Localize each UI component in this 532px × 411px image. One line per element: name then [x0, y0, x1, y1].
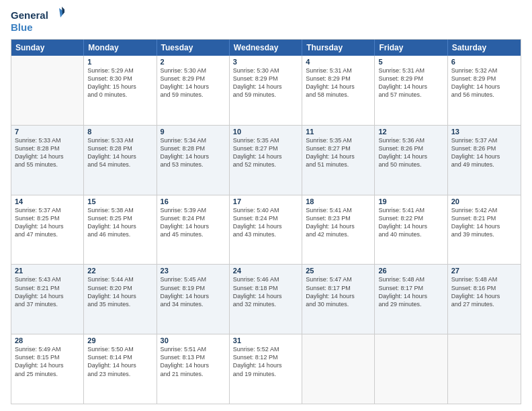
calendar-cell: [448, 334, 521, 404]
day-info: Sunrise: 5:33 AMSunset: 8:28 PMDaylight:…: [15, 136, 80, 169]
day-info: Sunrise: 5:47 AMSunset: 8:17 PMDaylight:…: [306, 275, 371, 308]
day-info: Sunrise: 5:52 AMSunset: 8:12 PMDaylight:…: [233, 345, 298, 378]
day-number: 14: [15, 197, 80, 205]
day-info: Sunrise: 5:42 AMSunset: 8:21 PMDaylight:…: [451, 206, 517, 239]
day-info: Sunrise: 5:38 AMSunset: 8:25 PMDaylight:…: [87, 206, 152, 239]
day-number: 4: [306, 58, 371, 66]
svg-text:Blue: Blue: [11, 21, 33, 33]
calendar-cell: 14Sunrise: 5:37 AMSunset: 8:25 PMDayligh…: [11, 195, 84, 265]
day-number: 11: [306, 128, 371, 136]
day-number: 17: [233, 197, 298, 205]
calendar-cell: 10Sunrise: 5:35 AMSunset: 8:27 PMDayligh…: [230, 126, 302, 195]
day-info: Sunrise: 5:46 AMSunset: 8:18 PMDaylight:…: [233, 275, 298, 308]
week-row-5: 28Sunrise: 5:49 AMSunset: 8:15 PMDayligh…: [11, 334, 521, 404]
day-number: 22: [87, 267, 152, 275]
calendar-cell: 7Sunrise: 5:33 AMSunset: 8:28 PMDaylight…: [11, 126, 84, 195]
day-number: 5: [378, 58, 443, 66]
day-number: 24: [233, 267, 298, 275]
day-info: Sunrise: 5:31 AMSunset: 8:29 PMDaylight:…: [378, 66, 443, 99]
logo-svg: General Blue: [11, 7, 64, 35]
svg-text:General: General: [11, 9, 48, 21]
week-row-3: 14Sunrise: 5:37 AMSunset: 8:25 PMDayligh…: [11, 195, 521, 265]
calendar-cell: 20Sunrise: 5:42 AMSunset: 8:21 PMDayligh…: [448, 195, 521, 265]
header-day-friday: Friday: [375, 40, 447, 56]
day-number: 20: [451, 197, 517, 205]
day-info: Sunrise: 5:32 AMSunset: 8:29 PMDaylight:…: [451, 66, 517, 99]
header-day-saturday: Saturday: [448, 40, 521, 56]
calendar-cell: 26Sunrise: 5:48 AMSunset: 8:17 PMDayligh…: [375, 265, 447, 334]
day-info: Sunrise: 5:49 AMSunset: 8:15 PMDaylight:…: [15, 345, 80, 378]
logo: General Blue: [11, 7, 64, 35]
calendar-cell: 18Sunrise: 5:41 AMSunset: 8:23 PMDayligh…: [302, 195, 375, 265]
calendar-cell: 27Sunrise: 5:48 AMSunset: 8:16 PMDayligh…: [448, 265, 521, 334]
calendar-cell: 22Sunrise: 5:44 AMSunset: 8:20 PMDayligh…: [84, 265, 157, 334]
header-day-monday: Monday: [84, 40, 157, 56]
week-row-4: 21Sunrise: 5:43 AMSunset: 8:21 PMDayligh…: [11, 265, 521, 334]
calendar-cell: 1Sunrise: 5:29 AMSunset: 8:30 PMDaylight…: [84, 56, 157, 125]
day-number: 21: [15, 267, 80, 275]
day-info: Sunrise: 5:31 AMSunset: 8:29 PMDaylight:…: [306, 66, 371, 99]
calendar-body: 1Sunrise: 5:29 AMSunset: 8:30 PMDaylight…: [11, 56, 521, 404]
calendar-header: SundayMondayTuesdayWednesdayThursdayFrid…: [11, 40, 521, 56]
calendar-cell: 5Sunrise: 5:31 AMSunset: 8:29 PMDaylight…: [375, 56, 447, 125]
day-info: Sunrise: 5:37 AMSunset: 8:25 PMDaylight:…: [15, 206, 80, 239]
day-info: Sunrise: 5:45 AMSunset: 8:19 PMDaylight:…: [161, 275, 226, 308]
day-number: 19: [378, 197, 443, 205]
calendar-cell: 4Sunrise: 5:31 AMSunset: 8:29 PMDaylight…: [302, 56, 375, 125]
calendar-cell: 12Sunrise: 5:36 AMSunset: 8:26 PMDayligh…: [375, 126, 447, 195]
day-info: Sunrise: 5:48 AMSunset: 8:17 PMDaylight:…: [378, 275, 443, 308]
calendar-cell: 8Sunrise: 5:33 AMSunset: 8:28 PMDaylight…: [84, 126, 157, 195]
day-info: Sunrise: 5:43 AMSunset: 8:21 PMDaylight:…: [15, 275, 80, 308]
week-row-1: 1Sunrise: 5:29 AMSunset: 8:30 PMDaylight…: [11, 56, 521, 126]
day-info: Sunrise: 5:48 AMSunset: 8:16 PMDaylight:…: [451, 275, 517, 308]
calendar-cell: 13Sunrise: 5:37 AMSunset: 8:26 PMDayligh…: [448, 126, 521, 195]
day-info: Sunrise: 5:35 AMSunset: 8:27 PMDaylight:…: [306, 136, 371, 169]
calendar-cell: [302, 334, 375, 404]
day-info: Sunrise: 5:30 AMSunset: 8:29 PMDaylight:…: [233, 66, 298, 99]
header-day-tuesday: Tuesday: [157, 40, 230, 56]
calendar-cell: 31Sunrise: 5:52 AMSunset: 8:12 PMDayligh…: [230, 334, 302, 404]
day-info: Sunrise: 5:51 AMSunset: 8:13 PMDaylight:…: [161, 345, 226, 378]
calendar-cell: [11, 56, 84, 125]
calendar: SundayMondayTuesdayWednesdayThursdayFrid…: [11, 39, 521, 404]
day-number: 26: [378, 267, 443, 275]
day-info: Sunrise: 5:37 AMSunset: 8:26 PMDaylight:…: [451, 136, 517, 169]
day-info: Sunrise: 5:41 AMSunset: 8:23 PMDaylight:…: [306, 206, 371, 239]
calendar-cell: 30Sunrise: 5:51 AMSunset: 8:13 PMDayligh…: [157, 334, 230, 404]
calendar-cell: 15Sunrise: 5:38 AMSunset: 8:25 PMDayligh…: [84, 195, 157, 265]
calendar-cell: 28Sunrise: 5:49 AMSunset: 8:15 PMDayligh…: [11, 334, 84, 404]
calendar-cell: 11Sunrise: 5:35 AMSunset: 8:27 PMDayligh…: [302, 126, 375, 195]
calendar-cell: [375, 334, 447, 404]
day-number: 31: [233, 336, 298, 345]
calendar-cell: 24Sunrise: 5:46 AMSunset: 8:18 PMDayligh…: [230, 265, 302, 334]
day-number: 1: [87, 58, 152, 66]
day-number: 3: [233, 58, 298, 66]
day-info: Sunrise: 5:50 AMSunset: 8:14 PMDaylight:…: [87, 345, 152, 378]
day-number: 7: [15, 128, 80, 136]
day-info: Sunrise: 5:30 AMSunset: 8:29 PMDaylight:…: [161, 66, 226, 99]
day-number: 18: [306, 197, 371, 205]
day-info: Sunrise: 5:35 AMSunset: 8:27 PMDaylight:…: [233, 136, 298, 169]
calendar-cell: 21Sunrise: 5:43 AMSunset: 8:21 PMDayligh…: [11, 265, 84, 334]
day-number: 15: [87, 197, 152, 205]
day-number: 25: [306, 267, 371, 275]
day-info: Sunrise: 5:33 AMSunset: 8:28 PMDaylight:…: [87, 136, 152, 169]
day-info: Sunrise: 5:34 AMSunset: 8:28 PMDaylight:…: [161, 136, 226, 169]
header-day-thursday: Thursday: [302, 40, 375, 56]
day-number: 27: [451, 267, 517, 275]
day-number: 2: [161, 58, 226, 66]
day-number: 8: [87, 128, 152, 136]
calendar-cell: 29Sunrise: 5:50 AMSunset: 8:14 PMDayligh…: [84, 334, 157, 404]
calendar-cell: 16Sunrise: 5:39 AMSunset: 8:24 PMDayligh…: [157, 195, 230, 265]
calendar-cell: 17Sunrise: 5:40 AMSunset: 8:24 PMDayligh…: [230, 195, 302, 265]
header: General Blue: [11, 7, 521, 35]
day-number: 16: [161, 197, 226, 205]
day-info: Sunrise: 5:44 AMSunset: 8:20 PMDaylight:…: [87, 275, 152, 308]
calendar-cell: 25Sunrise: 5:47 AMSunset: 8:17 PMDayligh…: [302, 265, 375, 334]
day-info: Sunrise: 5:41 AMSunset: 8:22 PMDaylight:…: [378, 206, 443, 239]
day-info: Sunrise: 5:36 AMSunset: 8:26 PMDaylight:…: [378, 136, 443, 169]
day-info: Sunrise: 5:39 AMSunset: 8:24 PMDaylight:…: [161, 206, 226, 239]
day-number: 13: [451, 128, 517, 136]
day-number: 9: [161, 128, 226, 136]
header-day-sunday: Sunday: [11, 40, 84, 56]
